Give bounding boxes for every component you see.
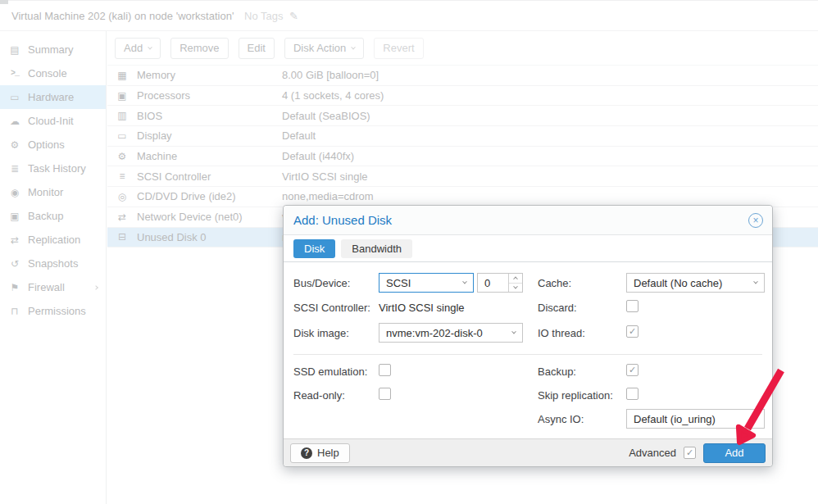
floppy-icon: ▣ <box>8 211 21 222</box>
row-label: Memory <box>137 69 282 81</box>
form-divider <box>293 354 762 355</box>
sidebar-item-hardware[interactable]: ▭ Hardware <box>0 85 106 109</box>
sidebar-item-task-history[interactable]: ≣ Task History <box>0 157 106 180</box>
tags-editor[interactable]: No Tags ✎ <box>244 1 298 31</box>
dialog-tab-bar: Disk Bandwidth <box>284 235 772 262</box>
ssd-emulation-checkbox[interactable] <box>379 364 391 376</box>
table-row-memory[interactable]: ▦ Memory 8.00 GiB [balloon=0] <box>107 66 818 86</box>
sidebar-item-console[interactable]: >_ Console <box>0 61 106 85</box>
toolbar: Add Remove Edit Disk Action Revert <box>107 31 818 66</box>
pencil-icon[interactable]: ✎ <box>289 10 298 22</box>
row-value: 4 (1 sockets, 4 cores) <box>282 89 384 102</box>
disk-action-button[interactable]: Disk Action <box>284 38 364 59</box>
chevron-down-icon <box>513 284 518 289</box>
cache-select[interactable]: Default (No cache) <box>626 273 765 293</box>
sidebar-item-replication[interactable]: ⇄ Replication <box>0 228 106 252</box>
add-button[interactable]: Add <box>115 38 161 59</box>
storage-stack-icon: ≡ <box>116 170 129 182</box>
help-button-label: Help <box>317 447 339 459</box>
table-row-bios[interactable]: ▥ BIOS Default (SeaBIOS) <box>107 106 818 126</box>
remove-button[interactable]: Remove <box>170 38 228 59</box>
sidebar-item-label: Console <box>28 67 67 79</box>
dialog-add-button[interactable]: Add <box>703 443 766 463</box>
row-label: Machine <box>137 150 282 162</box>
network-icon: ⇄ <box>116 211 129 223</box>
unlock-icon: ⊓ <box>8 306 21 317</box>
gears-icon: ⚙ <box>116 151 129 162</box>
sidebar-item-permissions[interactable]: ⊓ Permissions <box>0 299 106 323</box>
row-value: 8.00 GiB [balloon=0] <box>282 69 379 81</box>
revert-button-label: Revert <box>383 42 414 54</box>
display-icon: ▭ <box>116 130 129 142</box>
tab-disk[interactable]: Disk <box>293 239 335 258</box>
row-label: BIOS <box>137 110 282 122</box>
disk-image-value: nvme:vm-202-disk-0 <box>386 327 483 339</box>
table-row-display[interactable]: ▭ Display Default <box>107 126 818 147</box>
cpu-icon: ▣ <box>116 90 129 102</box>
sidebar-item-summary[interactable]: ▤ Summary <box>0 38 106 61</box>
row-value: none,media=cdrom <box>282 190 374 202</box>
row-value: VirtIO SCSI single <box>282 170 368 183</box>
tab-bandwidth[interactable]: Bandwidth <box>341 239 412 258</box>
advanced-label: Advanced <box>629 447 676 459</box>
sidebar-item-label: Permissions <box>28 305 86 317</box>
bus-device-select[interactable]: SCSI <box>379 273 474 293</box>
gear-icon: ⚙ <box>8 139 21 151</box>
read-only-checkbox[interactable] <box>379 388 391 400</box>
sidebar-item-label: Firewall <box>28 281 65 293</box>
page-title: Virtual Machine 202 (kali) on node 'work… <box>11 1 234 31</box>
sidebar-item-label: Cloud-Init <box>28 115 74 127</box>
sidebar-item-label: Hardware <box>28 91 74 103</box>
sync-arrows-icon: ⇄ <box>8 234 21 246</box>
help-button[interactable]: ? Help <box>290 443 350 463</box>
sidebar-item-cloud-init[interactable]: ☁ Cloud-Init <box>0 109 106 133</box>
discard-checkbox[interactable] <box>626 300 638 312</box>
advanced-checkbox[interactable]: ✓ <box>684 447 696 459</box>
dialog-header[interactable]: Add: Unused Disk × <box>284 206 772 235</box>
chip-icon: ▥ <box>116 110 129 121</box>
panel-corner <box>0 0 8 4</box>
read-only-label: Read-only: <box>293 389 345 402</box>
io-thread-label: IO thread: <box>538 327 585 339</box>
row-label: Display <box>137 129 282 142</box>
row-label: Processors <box>137 89 282 102</box>
table-row-machine[interactable]: ⚙ Machine Default (i440fx) <box>107 147 818 167</box>
bus-device-value: SCSI <box>386 277 411 289</box>
table-row-processors[interactable]: ▣ Processors 4 (1 sockets, 4 cores) <box>107 86 818 107</box>
revert-button[interactable]: Revert <box>374 38 423 59</box>
eye-icon: ◉ <box>8 187 21 198</box>
sidebar-item-label: Options <box>28 138 65 151</box>
backup-checkbox[interactable]: ✓ <box>626 364 638 376</box>
sidebar-item-options[interactable]: ⚙ Options <box>0 133 106 157</box>
scsi-controller-value: VirtIO SCSI single <box>379 302 465 314</box>
question-icon: ? <box>301 447 312 459</box>
spinner-buttons[interactable] <box>508 274 522 292</box>
bus-number-input[interactable]: 0 <box>477 273 523 293</box>
row-value: Default (SeaBIOS) <box>282 110 370 122</box>
add-unused-disk-dialog: Add: Unused Disk × Disk Bandwidth Bus/De… <box>283 205 773 467</box>
sidebar-item-backup[interactable]: ▣ Backup <box>0 204 106 228</box>
disk-image-select[interactable]: nvme:vm-202-disk-0 <box>379 323 523 343</box>
skip-replication-checkbox[interactable] <box>626 388 638 400</box>
async-io-select[interactable]: Default (io_uring) <box>626 409 765 429</box>
chevron-down-icon <box>753 279 758 284</box>
tags-label: No Tags <box>244 10 283 22</box>
disc-icon: ◎ <box>116 191 129 202</box>
edit-button[interactable]: Edit <box>239 38 275 59</box>
page-header: Virtual Machine 202 (kali) on node 'work… <box>0 0 818 31</box>
sidebar-item-snapshots[interactable]: ↺ Snapshots <box>0 252 106 275</box>
add-button-label: Add <box>124 42 143 54</box>
sidebar-item-label: Snapshots <box>28 257 78 270</box>
io-thread-checkbox[interactable]: ✓ <box>626 325 638 338</box>
sidebar-item-label: Summary <box>28 43 74 56</box>
sidebar-item-monitor[interactable]: ◉ Monitor <box>0 180 106 204</box>
discard-label: Discard: <box>538 302 577 314</box>
memory-icon: ▦ <box>116 70 129 81</box>
cache-label: Cache: <box>538 277 571 289</box>
close-icon[interactable]: × <box>748 213 763 228</box>
monitor-icon: ▭ <box>8 92 21 103</box>
table-row-scsi-controller[interactable]: ≡ SCSI Controller VirtIO SCSI single <box>107 166 818 187</box>
sidebar-item-firewall[interactable]: ⚑ Firewall <box>0 275 106 299</box>
remove-button-label: Remove <box>180 42 219 54</box>
row-value: Default <box>282 129 316 142</box>
